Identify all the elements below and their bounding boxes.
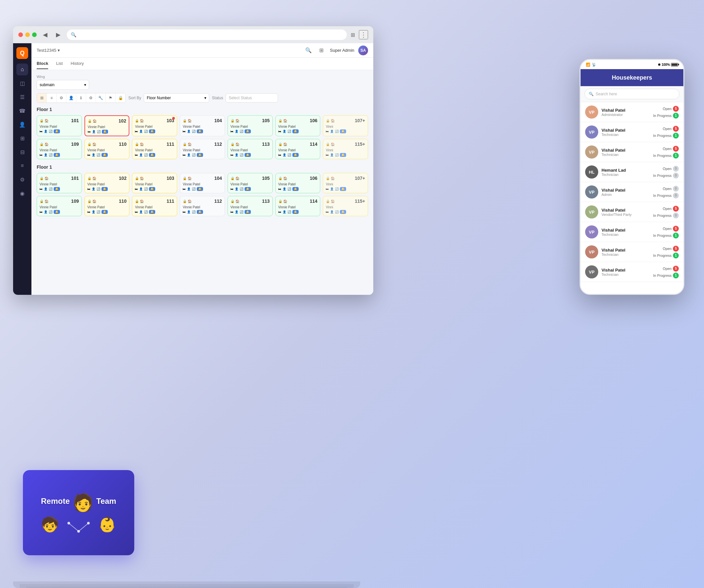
room-card[interactable]: 🔒 🏠 109 Vinnie Patel 🛏 👤 🔄 🔔 bbox=[37, 196, 82, 216]
bell-badge: 🔔 bbox=[292, 210, 299, 214]
sort-select[interactable]: Floor Number ▾ bbox=[144, 93, 209, 103]
room-card[interactable]: 🔒 🏠 106 Vinnie Patel 🛏 👤 🔄 🔔 bbox=[275, 173, 320, 193]
brand-label[interactable]: Test12345 ▾ bbox=[37, 48, 60, 53]
sidebar-home-icon[interactable]: ⌂ bbox=[16, 63, 28, 75]
search-button[interactable]: 🔍 bbox=[304, 46, 313, 55]
clean-icon: 🏠 bbox=[140, 143, 144, 146]
room-card[interactable]: 🔒 🏠 109 Vinnie Patel 🛏 👤 🔄 🔔 bbox=[37, 139, 82, 159]
room-card[interactable]: 🔒 🏠 103 Vinnie Patel 🛏 👤 🔄 🔔 bbox=[132, 115, 177, 136]
housekeeper-avatar: VP bbox=[585, 105, 598, 119]
room-card-header: 🔒 🏠 109 bbox=[40, 198, 79, 204]
phone-list-item[interactable]: VP Vishal Patel Admin Open 0 In Progress… bbox=[581, 182, 683, 202]
sidebar-grid-icon[interactable]: ⊞ bbox=[16, 132, 28, 144]
sidebar-power-icon[interactable]: ◉ bbox=[16, 188, 28, 199]
sidebar-list-icon[interactable]: ☰ bbox=[16, 91, 28, 103]
status-select[interactable]: Select Status bbox=[226, 93, 278, 103]
phone-list-item[interactable]: HL Hemant Lad Technician Open 0 In Progr… bbox=[581, 162, 683, 182]
lock-btn[interactable]: 🔒 bbox=[116, 93, 125, 103]
room-card[interactable]: 🔒 🏠 112 Vinnie Patel 🛏 👤 🔄 🔔 bbox=[180, 196, 225, 216]
room-card[interactable]: 🔒 🏠 114 Vinnie Patel 🛏 👤 🔄 🔔 bbox=[275, 139, 320, 159]
tab-history[interactable]: History bbox=[71, 58, 84, 69]
room-card[interactable]: 🔒 🏠 102 Vinnie Patel 🛏 👤 🔄 🔔 bbox=[84, 115, 130, 136]
person-icon: 👤 bbox=[283, 130, 286, 133]
person-icon: 👤 bbox=[139, 188, 143, 191]
sidebar-layout-icon[interactable]: ◫ bbox=[16, 77, 28, 89]
minimize-button[interactable] bbox=[25, 33, 30, 37]
phone-search-input[interactable]: 🔍 Search here bbox=[584, 89, 680, 99]
room-card[interactable]: 🔒 🏠 105 Vinnie Patel 🛏 👤 🔄 🔔 bbox=[228, 173, 273, 193]
room-card[interactable]: 🔒 🏠 106 Vinnie Patel 🛏 👤 🔄 🔔 bbox=[275, 115, 320, 136]
tab-block[interactable]: Block bbox=[37, 58, 48, 69]
housekeeper-avatar: VP bbox=[585, 225, 598, 238]
room-card[interactable]: 🔒 🏠 110 Vinnie Patel 🛏 👤 🔄 🔔 bbox=[84, 196, 130, 216]
phone-list-item[interactable]: VP Vishal Patel Technician Open 5 In Pro… bbox=[581, 142, 683, 162]
phone-list-item[interactable]: VP Vishal Patel Technician Open 5 In Pro… bbox=[581, 262, 683, 282]
lock-icon: 🔒 bbox=[231, 119, 234, 122]
maximize-button[interactable] bbox=[32, 33, 37, 37]
room-card[interactable]: 🔒 🏠 104 Vinnie Patel 🛏 👤 🔄 🔔 bbox=[180, 173, 225, 193]
grid-view-button[interactable]: ⊞ bbox=[317, 46, 326, 55]
room-card[interactable]: 🔒 🏠 113 Vinnie Patel 🛏 👤 🔄 🔔 bbox=[228, 196, 273, 216]
settings-btn[interactable]: ⚙ bbox=[86, 93, 96, 103]
housekeeper-name: Vishal Patel bbox=[601, 208, 650, 213]
room-card[interactable]: 🔒 🏠 107+ Vinni 🛏 👤 🔄 🔔 bbox=[323, 173, 368, 193]
room-card[interactable]: 🔒 🏠 112 Vinnie Patel 🛏 👤 🔄 🔔 bbox=[180, 139, 225, 159]
room-card[interactable]: 🔒 🏠 111 Vinnie Patel 🛏 👤 🔄 🔔 bbox=[132, 139, 177, 159]
room-card[interactable]: 🔒 🏠 114 Vinnie Patel 🛏 👤 🔄 🔔 bbox=[275, 196, 320, 216]
room-card[interactable]: 🔒 🏠 110 Vinnie Patel 🛏 👤 🔄 🔔 bbox=[84, 139, 130, 159]
room-card[interactable]: 🔒 🏠 101 Vinnie Patel 🛏 👤 🔄 🔔 bbox=[37, 115, 82, 136]
housekeeper-avatar: HL bbox=[585, 165, 598, 178]
flag-btn[interactable]: ⚑ bbox=[106, 93, 116, 103]
sidebar-user-icon[interactable]: 👤 bbox=[16, 119, 28, 130]
room-card[interactable]: 🔒 🏠 107+ Vinni 🛏 👤 🔄 🔔 bbox=[323, 115, 368, 136]
phone-list-item[interactable]: VP Vishal Patel Administrator Open 5 In … bbox=[581, 102, 683, 122]
room-card[interactable]: 🔒 🏠 105 Vinnie Patel 🛏 👤 🔄 🔔 bbox=[228, 115, 273, 136]
room-icons: 🔒 🏠 bbox=[135, 119, 144, 122]
main-area: Test12345 ▾ 🔍 ⊞ Super Admin SA Block Lis… bbox=[32, 43, 373, 295]
phone-list-item[interactable]: VP Vishal Patel Technician Open 5 In Pro… bbox=[581, 222, 683, 242]
sidebar-settings-icon[interactable]: ⚙ bbox=[16, 174, 28, 185]
sidebar-menu-icon[interactable]: ≡ bbox=[16, 160, 28, 172]
room-card[interactable]: 🔒 🏠 111 Vinnie Patel 🛏 👤 🔄 🔔 bbox=[132, 196, 177, 216]
room-card-header: 🔒 🏠 107+ bbox=[326, 175, 365, 181]
room-card[interactable]: 🔒 🏠 103 Vinnie Patel 🛏 👤 🔄 🔔 bbox=[132, 173, 177, 193]
wrench-btn[interactable]: 🔧 bbox=[96, 93, 106, 103]
person-btn[interactable]: 👤 bbox=[66, 93, 76, 103]
room-staff: Vinnie Patel bbox=[231, 205, 270, 209]
room-staff: Vinnie Patel bbox=[40, 125, 79, 128]
address-bar[interactable]: 🔍 bbox=[67, 30, 347, 40]
floors-container: Floor 1 🔒 🏠 101 Vinnie Patel 🛏 👤 🔄 bbox=[37, 107, 368, 216]
room-number-wrap: 111 bbox=[167, 141, 174, 147]
user-avatar[interactable]: SA bbox=[358, 46, 368, 55]
search-icon: 🔍 bbox=[71, 32, 76, 37]
close-button[interactable] bbox=[18, 33, 23, 37]
sidebar-logo[interactable]: Q bbox=[16, 47, 28, 59]
room-card[interactable]: 🔒 🏠 115+ Vinni 🛏 👤 🔄 🔔 bbox=[323, 139, 368, 159]
room-card[interactable]: 🔒 🏠 115+ Vinni 🛏 👤 🔄 🔔 bbox=[323, 196, 368, 216]
phone-list-item[interactable]: VP Vishal Patel Technician Open 5 In Pro… bbox=[581, 242, 683, 262]
tab-list[interactable]: List bbox=[56, 58, 63, 69]
block-view-btn[interactable]: ⊞ bbox=[37, 93, 47, 103]
open-label: Open bbox=[663, 247, 671, 251]
clean-icon: 🏠 bbox=[92, 143, 96, 146]
forward-button[interactable]: ▶ bbox=[54, 30, 63, 39]
room-card[interactable]: 🔒 🏠 101 Vinnie Patel 🛏 👤 🔄 🔔 bbox=[37, 173, 82, 193]
list-view-btn[interactable]: ≡ bbox=[47, 93, 57, 103]
wing-label: Wing bbox=[37, 75, 368, 78]
room-card[interactable]: 🔒 🏠 113 Vinnie Patel 🛏 👤 🔄 🔔 bbox=[228, 139, 273, 159]
lock-icon: 🔒 bbox=[40, 143, 44, 146]
phone-list-item[interactable]: VP Vishal Patel Vendor/Third Party Open … bbox=[581, 202, 683, 222]
info-btn[interactable]: ℹ bbox=[76, 93, 86, 103]
sidebar-phone-icon[interactable]: ☎ bbox=[16, 105, 28, 117]
wifi-icon: 📡 bbox=[592, 63, 596, 67]
kebab-menu-button[interactable]: ⋮ bbox=[359, 30, 368, 39]
phone-list-item[interactable]: VP Vishal Patel Technician Open 5 In Pro… bbox=[581, 122, 683, 142]
room-card[interactable]: 🔒 🏠 104 Vinnie Patel 🛏 👤 🔄 🔔 bbox=[180, 115, 225, 136]
filter-btn[interactable]: ⚙ bbox=[57, 93, 66, 103]
wing-select[interactable]: submain ▾ bbox=[37, 80, 89, 90]
sidebar-minus-icon[interactable]: ⊟ bbox=[16, 146, 28, 158]
room-card[interactable]: 🔒 🏠 102 Vinnie Patel 🛏 👤 🔄 🔔 bbox=[84, 173, 130, 193]
back-button[interactable]: ◀ bbox=[41, 30, 50, 39]
toolbar: ⊞ ≡ ⚙ 👤 ℹ ⚙ 🔧 ⚑ 🔒 Sort By Floor Number bbox=[37, 93, 368, 103]
room-card-header: 🔒 🏠 103 bbox=[135, 175, 174, 181]
